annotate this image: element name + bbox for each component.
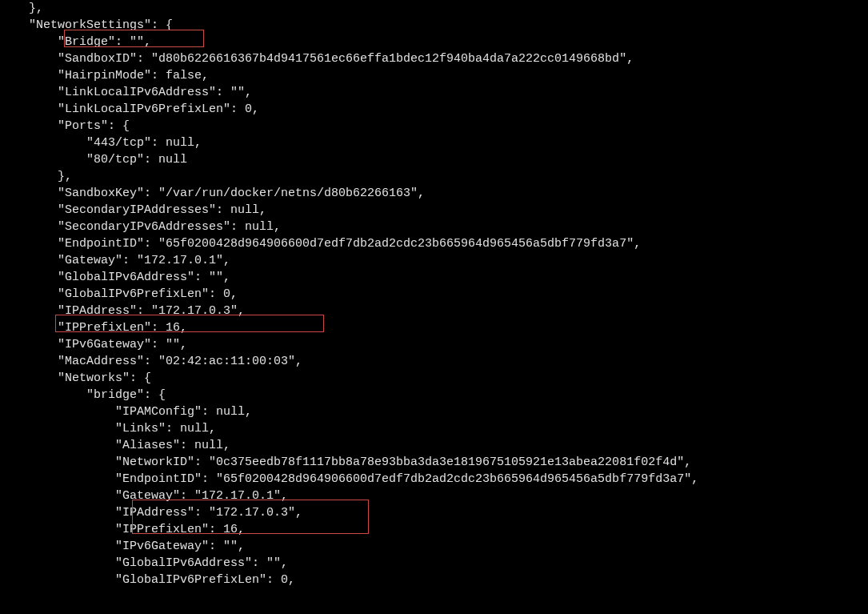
code-line: "IPPrefixLen": 16, [0,521,868,538]
code-line: "GlobalIPv6Address": "", [0,269,868,286]
code-line: "GlobalIPv6Address": "", [0,555,868,572]
code-line: "EndpointID": "65f0200428d964906600d7edf… [0,235,868,252]
code-line: "Bridge": "", [0,34,868,50]
code-line: "IPPrefixLen": 16, [0,319,868,336]
code-line: "SecondaryIPv6Addresses": null, [0,219,868,235]
code-line: "IPv6Gateway": "", [0,538,868,555]
code-line: "SandboxID": "d80b6226616367b4d9417561ec… [0,50,868,67]
code-line: "GlobalIPv6PrefixLen": 0, [0,572,868,588]
code-line: "Gateway": "172.17.0.1", [0,488,868,504]
terminal-output: }, "NetworkSettings": { "Bridge": "", "S… [0,0,868,588]
code-line: "Ports": { [0,118,868,134]
code-line: "LinkLocalIPv6PrefixLen": 0, [0,101,868,118]
code-line: "SandboxKey": "/var/run/docker/netns/d80… [0,185,868,202]
code-line: "IPAddress": "172.17.0.3", [0,504,868,521]
code-line: "NetworkID": "0c375eedb78f1117bb8a78e93b… [0,454,868,471]
code-line: "HairpinMode": false, [0,67,868,84]
code-line: "IPv6Gateway": "", [0,336,868,353]
code-line: "IPAMConfig": null, [0,403,868,420]
code-line: "MacAddress": "02:42:ac:11:00:03", [0,353,868,370]
code-line: "GlobalIPv6PrefixLen": 0, [0,286,868,303]
code-line: }, [0,168,868,185]
code-line: "IPAddress": "172.17.0.3", [0,303,868,319]
code-line: }, [0,0,868,17]
code-line: "Aliases": null, [0,437,868,454]
code-line: "Gateway": "172.17.0.1", [0,252,868,269]
code-line: "443/tcp": null, [0,134,868,151]
code-line: "Networks": { [0,370,868,387]
code-line: "bridge": { [0,387,868,403]
code-line: "Links": null, [0,420,868,437]
code-line: "80/tcp": null [0,151,868,168]
code-line: "SecondaryIPAddresses": null, [0,202,868,219]
code-line: "LinkLocalIPv6Address": "", [0,84,868,101]
code-line: "EndpointID": "65f0200428d964906600d7edf… [0,471,868,488]
code-line: "NetworkSettings": { [0,17,868,34]
